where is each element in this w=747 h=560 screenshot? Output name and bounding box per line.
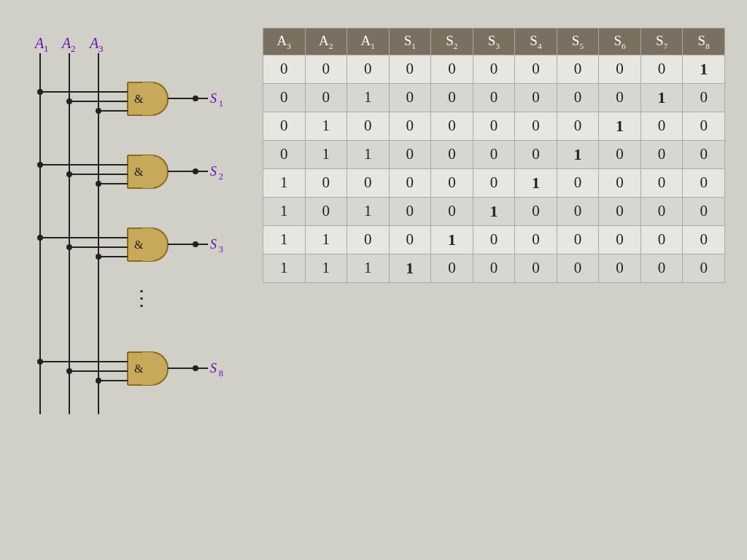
col-header-s1: S1	[389, 28, 431, 55]
svg-point-21	[96, 108, 101, 114]
table-cell: 0	[473, 55, 515, 83]
col-header-s6: S6	[599, 28, 641, 55]
table-cell: 0	[347, 55, 390, 83]
svg-point-69	[37, 359, 43, 365]
table-cell: 1	[515, 168, 557, 197]
table-cell: 0	[431, 112, 473, 140]
table-cell: 1	[263, 168, 306, 197]
svg-point-55	[96, 254, 101, 260]
svg-text:A: A	[88, 35, 99, 51]
table-cell: 0	[263, 83, 306, 112]
table-cell: 0	[473, 254, 515, 282]
table-cell: 0	[515, 197, 557, 225]
table-row: 00000000001	[263, 55, 725, 83]
table-cell: 1	[473, 197, 515, 225]
col-header-s7: S7	[640, 28, 683, 55]
svg-point-51	[37, 235, 43, 241]
svg-text:S: S	[210, 361, 217, 376]
col-header-a1: A1	[347, 28, 390, 55]
table-cell: 0	[557, 55, 599, 83]
table-cell: 0	[305, 197, 347, 225]
circuit-area: A 1 A 2 A 3 &	[22, 28, 241, 545]
svg-point-57	[193, 241, 198, 247]
col-header-a2: A2	[305, 28, 347, 55]
table-cell: 0	[640, 254, 683, 282]
svg-text:S: S	[210, 237, 217, 252]
table-cell: 1	[640, 83, 683, 112]
table-cell: 0	[599, 197, 641, 225]
table-cell: 1	[599, 112, 641, 140]
table-cell: 0	[640, 112, 683, 140]
table-cell: 0	[640, 55, 683, 83]
table-cell: 0	[599, 140, 641, 168]
table-cell: 0	[515, 83, 557, 112]
table-cell: 1	[347, 254, 390, 282]
table-cell: 1	[305, 112, 347, 140]
svg-point-17	[37, 89, 43, 95]
svg-point-75	[193, 365, 198, 371]
table-cell: 0	[389, 55, 431, 83]
svg-text:1: 1	[219, 98, 223, 109]
col-header-s5: S5	[557, 28, 599, 55]
table-cell: 1	[347, 140, 390, 168]
table-cell: 0	[389, 225, 431, 254]
svg-text:2: 2	[71, 43, 76, 54]
table-cell: 1	[389, 254, 431, 282]
circuit-diagram: A 1 A 2 A 3 &	[22, 28, 241, 451]
table-cell: 0	[305, 168, 347, 197]
table-cell: 0	[557, 197, 599, 225]
col-header-a3: A3	[263, 28, 306, 55]
col-header-s3: S3	[473, 28, 515, 55]
table-cell: 0	[515, 55, 557, 83]
table-cell: 0	[683, 197, 725, 225]
table-cell: 0	[599, 168, 641, 197]
table-cell: 0	[557, 83, 599, 112]
truth-table-area: A3 A2 A1 S1 S2 S3 S4 S5 S6 S7 S8 0000000…	[263, 28, 725, 545]
table-cell: 0	[640, 140, 683, 168]
content-row: A 1 A 2 A 3 &	[22, 28, 725, 545]
table-cell: 0	[389, 140, 431, 168]
table-cell: 1	[683, 55, 725, 83]
table-row: 10100100000	[263, 197, 725, 225]
table-cell: 0	[305, 55, 347, 83]
svg-text:2: 2	[219, 171, 223, 182]
table-row: 11001000000	[263, 225, 725, 254]
svg-point-40	[193, 168, 198, 174]
table-cell: 0	[305, 83, 347, 112]
main-container: A 1 A 2 A 3 &	[0, 0, 747, 560]
table-body: 0000000000100100000010010000001000110000…	[263, 55, 725, 282]
table-cell: 0	[640, 197, 683, 225]
table-header-row: A3 A2 A1 S1 S2 S3 S4 S5 S6 S7 S8	[263, 28, 725, 55]
table-cell: 0	[599, 225, 641, 254]
table-cell: 0	[263, 140, 306, 168]
svg-text:&: &	[134, 93, 144, 105]
table-cell: 1	[263, 225, 306, 254]
svg-point-19	[66, 98, 72, 104]
table-cell: 0	[347, 112, 390, 140]
svg-text:&: &	[134, 362, 144, 375]
svg-text:&: &	[134, 166, 144, 178]
table-cell: 1	[305, 254, 347, 282]
svg-point-53	[66, 244, 72, 250]
table-cell: 0	[473, 83, 515, 112]
table-cell: 0	[431, 168, 473, 197]
table-cell: 0	[431, 83, 473, 112]
table-cell: 0	[683, 140, 725, 168]
svg-point-73	[96, 378, 101, 384]
table-row: 01000000100	[263, 112, 725, 140]
table-cell: 0	[640, 225, 683, 254]
table-cell: 0	[473, 225, 515, 254]
svg-text:3: 3	[98, 43, 104, 54]
table-row: 01100001000	[263, 140, 725, 168]
svg-point-36	[66, 171, 72, 177]
table-cell: 1	[263, 197, 306, 225]
table-cell: 0	[473, 140, 515, 168]
table-row: 11110000000	[263, 254, 725, 282]
table-cell: 0	[683, 254, 725, 282]
table-cell: 0	[683, 225, 725, 254]
svg-text:&: &	[134, 238, 144, 251]
table-cell: 0	[557, 168, 599, 197]
table-cell: 0	[515, 225, 557, 254]
table-cell: 1	[347, 197, 390, 225]
table-cell: 0	[473, 112, 515, 140]
